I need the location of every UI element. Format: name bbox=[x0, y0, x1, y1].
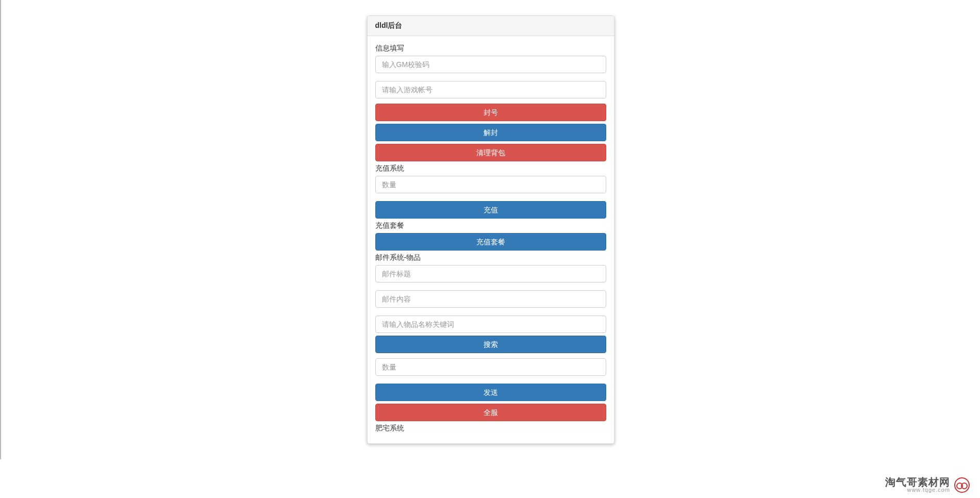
send-button[interactable]: 发送 bbox=[375, 384, 606, 401]
feizhai-section-label: 肥宅系统 bbox=[375, 424, 606, 433]
all-server-button[interactable]: 全服 bbox=[375, 404, 606, 421]
recharge-button[interactable]: 充值 bbox=[375, 201, 606, 219]
gm-code-input[interactable] bbox=[375, 56, 606, 73]
unban-button[interactable]: 解封 bbox=[375, 124, 606, 141]
recharge-amount-input[interactable] bbox=[375, 176, 606, 193]
item-search-input[interactable] bbox=[375, 316, 606, 333]
package-button[interactable]: 充值套餐 bbox=[375, 233, 606, 251]
recharge-section-label: 充值系统 bbox=[375, 164, 606, 173]
mail-title-input[interactable] bbox=[375, 265, 606, 283]
item-quantity-input[interactable] bbox=[375, 358, 606, 376]
mail-section-label: 邮件系统-物品 bbox=[375, 253, 606, 262]
info-section-label: 信息填写 bbox=[375, 44, 606, 53]
game-account-input[interactable] bbox=[375, 81, 606, 98]
admin-panel: dldl后台 信息填写 封号 解封 清理背包 充值系统 充值 充值套餐 充值套餐… bbox=[367, 15, 614, 444]
clear-bag-button[interactable]: 清理背包 bbox=[375, 144, 606, 161]
panel-title: dldl后台 bbox=[368, 16, 614, 36]
ban-button[interactable]: 封号 bbox=[375, 104, 606, 121]
panel-body: 信息填写 封号 解封 清理背包 充值系统 充值 充值套餐 充值套餐 邮件系统-物… bbox=[368, 36, 614, 443]
mail-content-input[interactable] bbox=[375, 290, 606, 308]
search-button[interactable]: 搜索 bbox=[375, 336, 606, 353]
package-section-label: 充值套餐 bbox=[375, 221, 606, 230]
